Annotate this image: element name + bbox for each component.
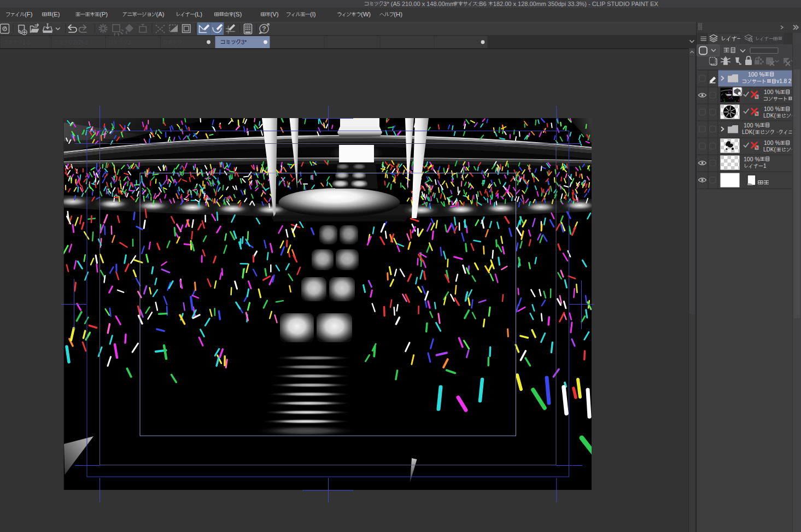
svg-text:3*: 3* bbox=[241, 39, 247, 45]
svg-text:100 %: 100 % bbox=[764, 139, 780, 146]
svg-text:182.00 x 128.00mm 350dpi 33.3%: 182.00 x 128.00mm 350dpi 33.3%) - CLIP S… bbox=[493, 1, 659, 7]
svg-text:(F): (F) bbox=[25, 11, 33, 17]
svg-text:(L): (L) bbox=[195, 11, 202, 17]
svg-text:(P): (P) bbox=[100, 11, 108, 17]
svg-text:1: 1 bbox=[763, 163, 767, 169]
svg-text:v1.8 2: v1.8 2 bbox=[776, 78, 792, 84]
svg-text:?: ? bbox=[262, 25, 266, 33]
svg-text:(E): (E) bbox=[52, 11, 60, 17]
svg-text:(W): (W) bbox=[361, 11, 371, 17]
svg-text:100 %: 100 % bbox=[744, 156, 760, 162]
svg-text:(V): (V) bbox=[271, 11, 279, 17]
svg-text:3: 3 bbox=[128, 39, 131, 45]
svg-text:(H): (H) bbox=[394, 11, 402, 17]
svg-text:3* (A5 210.00 x 148.00mm: 3* (A5 210.00 x 148.00mm bbox=[383, 1, 455, 7]
svg-text:100 %: 100 % bbox=[748, 71, 764, 78]
svg-text:LDK(: LDK( bbox=[763, 113, 776, 119]
svg-text:LDK(: LDK( bbox=[742, 129, 755, 135]
svg-text::B6: :B6 bbox=[477, 1, 487, 7]
svg-text:1-5: 1-5 bbox=[22, 39, 31, 45]
svg-text:100 %: 100 % bbox=[764, 89, 780, 95]
svg-text:(I): (I) bbox=[310, 11, 316, 17]
svg-text:(A): (A) bbox=[156, 11, 164, 17]
svg-text:2(2)-3: 2(2)-3 bbox=[73, 39, 88, 45]
svg-text:LDK(: LDK( bbox=[763, 147, 776, 153]
svg-text:100 %: 100 % bbox=[744, 122, 760, 128]
svg-text:(S): (S) bbox=[233, 11, 242, 17]
svg-text:100 %: 100 % bbox=[764, 106, 780, 112]
